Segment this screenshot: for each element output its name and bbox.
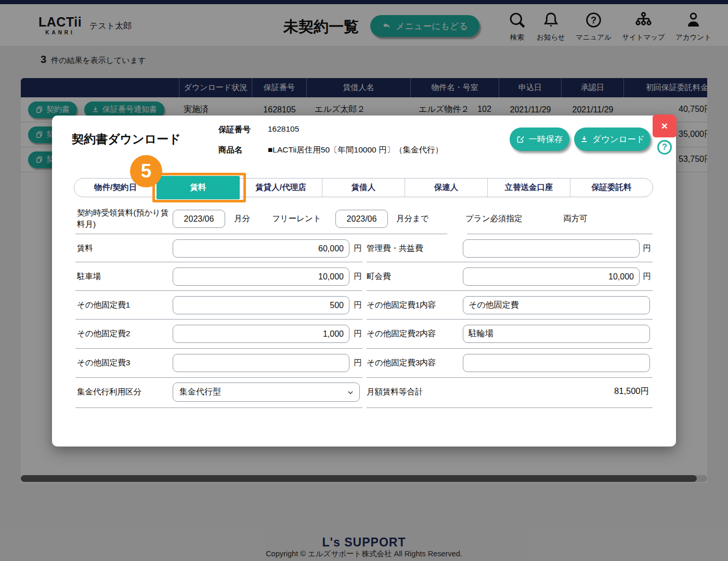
form-row-rent: 賃料 円 管理費・共益費 円 [52, 234, 676, 262]
guarantee-no-label: 保証番号 [218, 124, 251, 135]
fixed1-desc-input[interactable] [463, 296, 650, 314]
receive-month-input[interactable] [173, 210, 225, 228]
fixed1-input[interactable] [173, 296, 349, 314]
parking-unit: 円 [354, 271, 362, 282]
form-row-collection: 集金代行利用区分 集金代行型 月額賃料等合計 81,500円 [52, 378, 676, 408]
form-row-parking: 駐車場 円 町会費 円 [52, 262, 676, 291]
fixed2-input[interactable] [173, 325, 349, 343]
rent-unit: 円 [354, 243, 362, 254]
monthly-total-label: 月額賃料等合計 [367, 387, 423, 398]
parking-label: 駐車場 [77, 271, 101, 282]
collection-type-select[interactable]: 集金代行型 [173, 382, 360, 402]
fixed2-desc-input[interactable] [463, 325, 650, 343]
fixed3-unit: 円 [354, 358, 362, 368]
town-fee-unit: 円 [643, 271, 651, 282]
help-icon: ? [662, 143, 667, 152]
temp-save-button[interactable]: 一時保存 [510, 128, 569, 151]
parking-input[interactable] [173, 267, 349, 286]
modal-title: 契約書ダウンロード [72, 131, 181, 147]
receive-month-suffix: 月分 [234, 213, 250, 224]
mgmt-fee-input[interactable] [463, 239, 640, 258]
plan-required-label: プラン必須指定 [465, 213, 523, 224]
free-rent-label: フリーレント [272, 213, 321, 224]
fixed1-unit: 円 [354, 300, 362, 311]
receive-rent-label: 契約時受領賃料(預かり賃料月) [77, 207, 173, 231]
tab-guarantee-fee[interactable]: 保証委託料 [570, 178, 653, 197]
rent-label: 賃料 [77, 243, 93, 254]
chevron-down-icon [347, 389, 354, 396]
download-icon [580, 135, 589, 144]
town-fee-label: 町会費 [367, 271, 391, 282]
download-label: ダウンロード [592, 134, 645, 145]
monthly-total-value: 81,500円 [520, 386, 649, 397]
town-fee-input[interactable] [463, 267, 640, 286]
fixed3-desc-input[interactable] [463, 354, 650, 372]
fixed1-desc-label: その他固定費1内容 [367, 300, 436, 311]
contract-download-modal: 契約書ダウンロード 保証番号 1628105 商品名 ■LACTii居住用50〔… [52, 116, 676, 447]
fixed2-unit: 円 [354, 328, 362, 339]
close-icon: × [661, 120, 668, 132]
collection-type-label: 集金代行利用区分 [77, 387, 141, 398]
collection-type-value: 集金代行型 [179, 387, 221, 398]
form-row-fixed1: その他固定費1 円 その他固定費1内容 [52, 291, 676, 320]
rent-input[interactable] [173, 239, 349, 258]
free-rent-month-input[interactable] [335, 210, 388, 228]
fixed3-label: その他固定費3 [77, 358, 130, 368]
free-rent-suffix: 月分まで [396, 213, 429, 224]
help-button[interactable]: ? [657, 140, 672, 155]
tab-guarantor[interactable]: 保連人 [405, 178, 488, 197]
fixed2-desc-label: その他固定費2内容 [367, 328, 436, 339]
fixed3-input[interactable] [173, 354, 349, 372]
guarantee-no-value: 1628105 [268, 124, 299, 134]
form-row-fixed3: その他固定費3 円 その他固定費3内容 [52, 349, 676, 378]
product-name-value: ■LACTii居住用50〔年間10000 円〕（集金代行） [268, 145, 443, 156]
form-row-receive-month: 契約時受領賃料(預かり賃料月) 月分 フリーレント 月分まで プラン必須指定 両… [52, 205, 676, 234]
plan-required-value: 両方可 [563, 213, 588, 224]
product-name-label: 商品名 [218, 145, 243, 156]
tab-remittance-account[interactable]: 立替送金口座 [488, 178, 570, 197]
annotation-step-badge: 5 [130, 155, 162, 187]
tab-tenant[interactable]: 賃借人 [322, 178, 405, 197]
mgmt-fee-label: 管理費・共益費 [367, 243, 423, 254]
mgmt-fee-unit: 円 [643, 243, 651, 254]
edit-icon [516, 135, 525, 144]
fixed2-label: その他固定費2 [77, 328, 130, 339]
fixed3-desc-label: その他固定費3内容 [367, 358, 436, 368]
tab-landlord-agency[interactable]: 賃貸人/代理店 [240, 178, 322, 197]
form-row-fixed2: その他固定費2 円 その他固定費2内容 [52, 320, 676, 349]
close-button[interactable]: × [653, 114, 677, 137]
tab-rent-active[interactable]: 賃料 [157, 176, 240, 199]
fixed1-label: その他固定費1 [77, 300, 130, 311]
temp-save-label: 一時保存 [529, 134, 563, 145]
download-button[interactable]: ダウンロード [574, 128, 651, 151]
